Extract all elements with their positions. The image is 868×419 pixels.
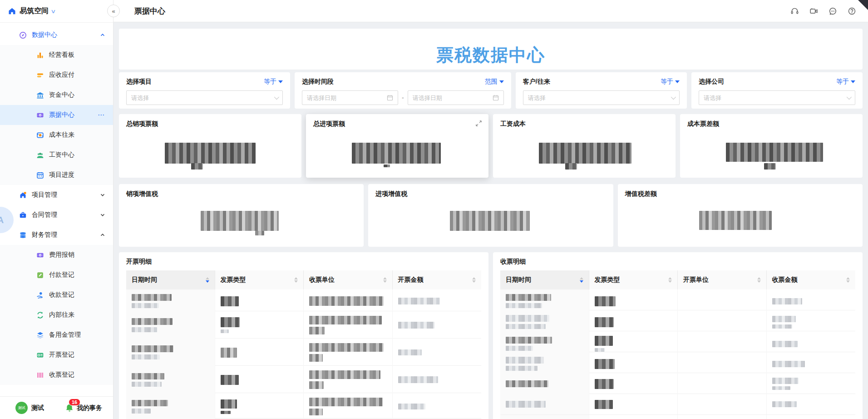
sort-icon: [206, 277, 209, 283]
sync-icon: [36, 311, 44, 319]
topbar-icons: [790, 7, 868, 15]
logo[interactable]: 易筑空间 ∨: [0, 0, 113, 23]
sidebar-item-internal-transactions[interactable]: 内部往来: [0, 305, 113, 325]
sort-icon: [294, 277, 298, 283]
operator-dropdown[interactable]: 范围: [485, 78, 504, 86]
bar-chart-icon: [36, 51, 44, 59]
receivable-payable-icon: [36, 71, 44, 79]
start-date-input[interactable]: [307, 95, 387, 101]
briefcase-icon: [19, 211, 27, 219]
sidebar-item-petty-cash-management[interactable]: 备用金管理: [0, 325, 113, 345]
main-area: « 票据中心 票税数据中心 选择项目 等于: [113, 0, 868, 419]
submenu-finance: 费用报销 付款登记 收款登记 内部往来 备用金管理: [0, 245, 113, 385]
banknote-icon: [36, 111, 44, 119]
barcode-icon: [36, 371, 44, 379]
column-header-datetime[interactable]: 日期时间: [500, 270, 589, 289]
headset-icon[interactable]: [790, 7, 799, 15]
sidebar-item-invoice-center[interactable]: 票据中心 ⋯: [0, 105, 113, 125]
filter-time-range: 选择时间段 范围 -: [295, 72, 511, 109]
app-window: 易筑空间 ∨ 数据中心 经营看板 应收应付 资金中心: [0, 0, 868, 419]
sidebar-item-project-progress[interactable]: 项目进度: [0, 165, 113, 185]
column-header-amount[interactable]: 开票金额: [393, 270, 482, 289]
redacted-value: [539, 143, 630, 164]
operator-dropdown[interactable]: 等于: [661, 78, 680, 86]
avatar: 测试: [15, 402, 28, 414]
sidebar-group-project-management[interactable]: 项目管理: [0, 185, 113, 205]
redacted-value: [699, 211, 781, 231]
sort-icon: [383, 277, 387, 283]
sidebar-group-contract-management[interactable]: 合同管理: [0, 205, 113, 225]
customer-select[interactable]: [523, 90, 680, 105]
filter-customer: 客户/往来 等于: [516, 72, 687, 109]
team-icon: [36, 151, 44, 159]
sidebar-item-payment-registration[interactable]: 付款登记: [0, 265, 113, 285]
start-date-picker[interactable]: [302, 90, 398, 105]
company-select-input[interactable]: [704, 95, 847, 101]
sidebar-item-capital-center[interactable]: 资金中心: [0, 85, 113, 105]
banner: 票税数据中心: [119, 29, 863, 70]
column-header-datetime[interactable]: 日期时间: [126, 270, 215, 289]
sidebar-item-expense-reimbursement[interactable]: 费用报销: [0, 245, 113, 265]
corner-fold: [858, 0, 868, 10]
sidebar-item-salary-center[interactable]: 工资中心: [0, 145, 113, 165]
sidebar-item-receipt-registration[interactable]: 收款登记: [0, 285, 113, 305]
table-row: [126, 289, 481, 311]
filter-row: 选择项目 等于 选择时间段 范围: [119, 72, 863, 109]
project-select-input[interactable]: [131, 95, 274, 101]
sidebar-group-finance-management[interactable]: 财务管理: [0, 225, 113, 245]
more-icon[interactable]: ⋯: [98, 114, 105, 116]
message-icon[interactable]: [829, 7, 837, 15]
column-header-amount[interactable]: 收票金额: [767, 270, 856, 289]
bank-icon: [36, 91, 44, 99]
table-row: [500, 415, 855, 419]
content: 票税数据中心 选择项目 等于 选择时间段 范: [113, 22, 868, 419]
coins-icon: [19, 231, 27, 239]
chevron-down-icon[interactable]: ∨: [50, 8, 56, 15]
banknote-icon: [36, 251, 44, 259]
end-date-picker[interactable]: [408, 90, 504, 105]
table-row: [126, 393, 481, 419]
sort-icon: [846, 277, 850, 283]
page-title: 票据中心: [134, 6, 165, 16]
project-select[interactable]: [126, 90, 283, 105]
column-header-invoice-type[interactable]: 发票类型: [589, 270, 678, 289]
operator-dropdown[interactable]: 等于: [264, 78, 283, 86]
end-date-input[interactable]: [413, 95, 493, 101]
column-header-invoice-type[interactable]: 发票类型: [215, 270, 304, 289]
stat-vat-diff: 增值税差额: [618, 184, 863, 247]
help-icon[interactable]: [848, 7, 856, 15]
user-chip[interactable]: 测试 测试: [15, 402, 44, 414]
sidebar-item-invoice-receipt-registration[interactable]: 收票登记: [0, 365, 113, 385]
tables-row: 开票明细 日期时间 发票类型 收票单位 开票金额: [119, 252, 863, 419]
sidebar-collapse-button[interactable]: «: [107, 5, 120, 17]
column-header-receiver[interactable]: 收票单位: [304, 270, 393, 289]
sidebar-item-invoicing-registration[interactable]: 开票登记: [0, 345, 113, 365]
redacted-value: [352, 143, 443, 164]
sidebar-group-data-center[interactable]: 数据中心: [0, 25, 113, 45]
sidebar-item-cost-transactions[interactable]: 成本往来: [0, 125, 113, 145]
company-select[interactable]: [699, 90, 855, 105]
compass-icon: [19, 31, 27, 39]
my-tasks[interactable]: 16 我的事务: [65, 404, 102, 413]
table-row: [500, 352, 855, 373]
topbar: « 票据中心: [113, 0, 868, 22]
table-header: 日期时间 发票类型 收票单位 开票金额: [126, 270, 481, 289]
stat-row-1: 总销项票额 总进项票额 工资成本 成本票差额: [119, 114, 863, 178]
stat-output-vat: 销项增值税: [119, 184, 364, 247]
sort-icon: [668, 277, 672, 283]
caret-down-icon: [278, 80, 283, 83]
chevron-down-icon: [100, 213, 105, 217]
video-camera-icon[interactable]: [809, 7, 818, 15]
column-header-issuer[interactable]: 开票单位: [678, 270, 767, 289]
table-row: [126, 339, 481, 366]
chevron-down-icon: [847, 95, 852, 100]
expand-icon[interactable]: [475, 120, 482, 127]
sort-icon: [472, 277, 476, 283]
stat-total-sales-invoice: 总销项票额: [119, 114, 301, 178]
customer-select-input[interactable]: [528, 95, 671, 101]
filter-company: 选择公司 等于: [691, 72, 863, 109]
operator-dropdown[interactable]: 等于: [836, 78, 855, 86]
table-row: [500, 331, 855, 352]
sidebar-item-receivable-payable[interactable]: 应收应付: [0, 65, 113, 85]
sidebar-item-business-board[interactable]: 经营看板: [0, 45, 113, 65]
